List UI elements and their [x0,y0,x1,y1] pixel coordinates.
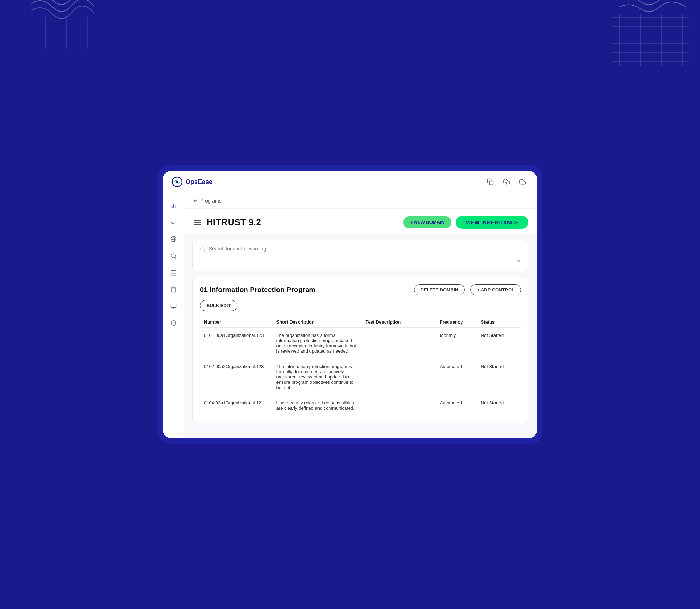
new-domain-button[interactable]: + NEW DOMAIN [403,216,451,228]
sidebar-item-analytics[interactable] [167,199,181,213]
expand-search-button[interactable] [516,258,521,265]
bar-chart-icon [170,203,177,209]
deco-wave-tl [28,0,98,49]
svg-rect-26 [490,181,493,185]
svg-point-44 [201,247,204,250]
copy-button[interactable] [484,176,496,188]
top-bar: OpsEase [163,171,537,193]
breadcrumb-programs: Programs [200,198,222,204]
row-3-number: 0104.02a1Organizational.12 [200,395,272,416]
col-header-frequency: Frequency [436,317,477,328]
logo: OpsEase [172,176,212,187]
col-header-status: Status [477,317,521,328]
svg-rect-39 [173,287,175,288]
top-bar-actions [484,176,528,188]
clipboard-icon [170,286,177,293]
table-icon [170,270,177,276]
search-panel [192,240,528,271]
inner-card: OpsEase [163,171,537,438]
search-sidebar-icon [170,253,177,259]
sidebar-item-clipboard[interactable] [167,283,181,297]
svg-rect-40 [171,304,176,308]
check-icon [170,219,177,226]
add-control-button[interactable]: + ADD CONTROL [470,284,521,295]
delete-domain-button[interactable]: DELETE DOMAIN [414,284,465,295]
main-layout: Programs HITRUST 9.2 + NEW DOMAIN VIEW I… [163,193,537,438]
svg-point-25 [176,181,178,183]
row-3-status: Not Started [477,395,521,416]
sidebar-item-search[interactable] [167,249,181,263]
shield-icon [170,320,177,326]
upload-icon [503,178,510,185]
content-area: Programs HITRUST 9.2 + NEW DOMAIN VIEW I… [184,193,537,438]
copy-icon [487,178,494,185]
sidebar [163,193,184,438]
sidebar-item-table[interactable] [167,266,181,280]
row-2-status: Not Started [477,359,521,395]
hamburger-button[interactable] [192,219,202,226]
row-3-short: User security roles and responsibilities… [272,395,362,416]
col-header-number: Number [200,317,272,328]
table-row[interactable]: 0102.00a2Organizational.123 The informat… [200,359,521,395]
table-header: Number Short Description Test Descriptio… [200,317,521,328]
sidebar-item-tasks[interactable] [167,215,181,229]
col-header-short: Short Description [272,317,362,328]
row-1-test [361,328,435,359]
logo-icon [172,176,183,187]
view-inheritance-button[interactable]: VIEW INHERITANCE [456,216,528,229]
search-input-row [200,246,521,252]
hamburger-line-3 [194,224,201,225]
table-header-row: Number Short Description Test Descriptio… [200,317,521,328]
row-2-number: 0102.00a2Organizational.123 [200,359,272,395]
row-2-frequency: Automated [436,359,477,395]
table-row[interactable]: 0104.02a1Organizational.12 User security… [200,395,521,416]
back-link[interactable]: Programs [192,198,222,204]
breadcrumb-bar: Programs [184,193,537,209]
upload-button[interactable] [500,176,512,188]
back-arrow-icon [192,198,198,204]
row-1-short: The organization has a formal informatio… [272,328,362,359]
svg-point-33 [171,254,175,258]
table-body: 0101.00a1Organizational.123 The organiza… [200,328,521,416]
page-title: HITRUST 9.2 [206,217,399,228]
bulk-edit-button[interactable]: BULK EDIT [200,300,237,311]
cloud-icon [519,178,526,185]
row-2-test [361,359,435,395]
logo-text: OpsEase [186,178,212,186]
svg-rect-35 [171,270,176,275]
search-divider [200,256,521,256]
cloud-button[interactable] [517,176,528,188]
hamburger-line-1 [194,220,201,221]
row-2-short: The information protection program is fo… [272,359,362,395]
controls-table: Number Short Description Test Descriptio… [200,317,521,416]
search-input[interactable] [209,246,521,252]
row-3-test [361,395,435,416]
svg-line-34 [175,257,176,258]
search-input-icon [200,246,205,252]
search-expand [200,258,521,265]
deco-grid-tr [612,0,690,66]
sidebar-item-shield[interactable] [167,316,181,330]
row-1-number: 0101.00a1Organizational.123 [200,328,272,359]
outer-card: OpsEase [158,165,542,444]
domain-title: 01 Information Protection Program [200,286,408,294]
row-1-frequency: Monthly [436,328,477,359]
domain-section: 01 Information Protection Program DELETE… [192,277,528,423]
row-1-status: Not Started [477,328,521,359]
col-header-test: Test Description [361,317,435,328]
sidebar-item-monitoring[interactable] [167,232,181,246]
domain-header: 01 Information Protection Program DELETE… [200,284,521,295]
metrics-icon [170,303,177,310]
chevron-down-icon [516,258,521,264]
row-3-frequency: Automated [436,395,477,416]
sidebar-item-metrics[interactable] [167,299,181,313]
monitor-icon [170,236,177,242]
svg-line-45 [204,250,205,251]
table-row[interactable]: 0101.00a1Organizational.123 The organiza… [200,328,521,359]
page-header: HITRUST 9.2 + NEW DOMAIN VIEW INHERITANC… [184,209,537,234]
hamburger-line-2 [194,222,201,223]
